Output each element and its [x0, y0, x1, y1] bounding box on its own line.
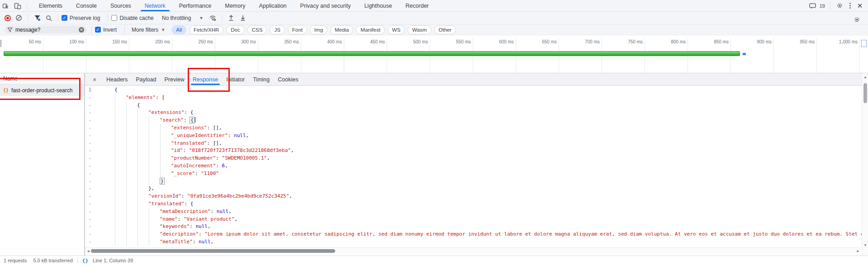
fold-marker[interactable]: -	[85, 154, 91, 162]
filter-pill-fetch-xhr[interactable]: Fetch/XHR	[189, 25, 223, 34]
devtools-tab-console[interactable]: Console	[69, 0, 104, 11]
filter-pill-font[interactable]: Font	[288, 25, 307, 34]
detail-tab-timing[interactable]: Timing	[249, 73, 274, 85]
clear-filter-icon[interactable]: ✕	[79, 27, 84, 33]
devtools-topbar-right: 19 ✕	[807, 0, 868, 11]
vertical-scrollbar[interactable]: ▲ ▼	[862, 73, 868, 256]
more-filters-button[interactable]: More filters	[132, 27, 158, 33]
name-column-header[interactable]: Name	[0, 73, 84, 85]
fold-marker[interactable]: -	[85, 124, 91, 132]
fold-marker[interactable]: -	[85, 177, 91, 185]
fold-marker[interactable]: -	[85, 94, 91, 101]
fold-marker[interactable]: -	[85, 132, 91, 139]
filter-input[interactable]: message? ✕	[5, 26, 87, 33]
fold-marker[interactable]: -	[85, 200, 91, 208]
more-options-icon[interactable]	[845, 0, 854, 11]
vertical-scroll-thumb[interactable]	[863, 83, 867, 103]
inspect-element-icon[interactable]	[0, 0, 12, 11]
fold-marker[interactable]: -	[85, 192, 91, 200]
devtools-tab-lighthouse[interactable]: Lighthouse	[357, 0, 398, 11]
token: "018f720f723f71378c3d221868df3eba"	[189, 147, 291, 153]
fold-marker[interactable]: -	[85, 170, 91, 177]
preserve-log-checkbox[interactable]: ✓	[62, 15, 67, 21]
filter-pill-css[interactable]: CSS	[247, 25, 267, 34]
search-icon[interactable]	[43, 13, 55, 24]
scroll-right-icon[interactable]: ►	[856, 249, 860, 253]
filter-pill-ws[interactable]: WS	[388, 25, 405, 34]
divider	[77, 257, 78, 264]
filter-pill-img[interactable]: Img	[310, 25, 327, 34]
network-overview[interactable]: 50 ms100 ms150 ms200 ms250 ms300 ms350 m…	[0, 35, 868, 73]
token: "extensions"	[171, 125, 207, 131]
fold-marker[interactable]: -	[85, 147, 91, 154]
filter-pill-wasm[interactable]: Wasm	[408, 25, 431, 34]
request-row[interactable]: {} fast-order-product-search	[0, 85, 84, 96]
filter-pill-all[interactable]: All	[171, 25, 186, 34]
close-devtools-icon[interactable]: ✕	[854, 2, 865, 10]
fold-marker[interactable]: -	[85, 139, 91, 147]
filter-pill-manifest[interactable]: Manifest	[356, 25, 384, 34]
line-number[interactable]: 1	[85, 86, 91, 94]
indent-guide	[126, 230, 127, 238]
devtools-tab-performance[interactable]: Performance	[172, 0, 218, 11]
filter-pill-other[interactable]: Other	[434, 25, 456, 34]
filter-pill-doc[interactable]: Doc	[226, 25, 244, 34]
more-filters-caret-icon[interactable]: ▼	[161, 28, 165, 32]
invert-label: Invert	[103, 27, 117, 33]
filter-pill-js[interactable]: JS	[270, 25, 285, 34]
throttling-select[interactable]: No throttling	[162, 15, 191, 21]
overview-left-handle[interactable]	[0, 40, 1, 47]
devtools-tab-elements[interactable]: Elements	[32, 0, 69, 11]
token: "SWDEMO10005.1"	[222, 155, 267, 161]
import-har-icon[interactable]	[225, 13, 237, 24]
fold-marker[interactable]: -	[85, 238, 91, 246]
fold-marker[interactable]: -	[85, 116, 91, 124]
indent-guide	[138, 139, 138, 147]
devtools-tab-privacy-and-security[interactable]: Privacy and security	[294, 0, 358, 11]
filter-pill-media[interactable]: Media	[330, 25, 353, 34]
clear-network-log-icon[interactable]	[13, 13, 24, 24]
code-line: -"extensions": [],	[85, 124, 862, 132]
detail-tab-cookies[interactable]: Cookies	[274, 73, 302, 85]
fold-marker[interactable]: -	[85, 230, 91, 238]
matched-bracket: }	[160, 178, 165, 185]
disable-cache-checkbox[interactable]	[111, 15, 117, 21]
network-settings-gear-icon[interactable]	[851, 14, 863, 25]
detail-tab-payload[interactable]: Payload	[132, 73, 160, 85]
fold-marker[interactable]: -	[85, 101, 91, 109]
fold-marker[interactable]: -	[85, 185, 91, 192]
scroll-up-icon[interactable]: ▲	[862, 75, 868, 79]
pretty-print-icon[interactable]: {}	[82, 258, 88, 264]
devtools-tab-network[interactable]: Network	[138, 0, 172, 11]
console-drawer-icon[interactable]	[807, 0, 819, 11]
detail-tab-initiator[interactable]: Initiator	[222, 73, 249, 85]
settings-gear-icon[interactable]	[834, 0, 845, 11]
devtools-tab-sources[interactable]: Sources	[104, 0, 138, 11]
detail-tab-response[interactable]: Response	[189, 73, 222, 85]
fold-marker[interactable]: -	[85, 215, 91, 223]
fold-marker[interactable]: -	[85, 222, 91, 230]
fold-marker[interactable]: -	[85, 208, 91, 215]
filter-funnel-icon[interactable]	[31, 13, 43, 24]
devtools-tab-recorder[interactable]: Recorder	[399, 0, 436, 11]
detail-tab-preview[interactable]: Preview	[160, 73, 188, 85]
detail-tab-headers[interactable]: Headers	[102, 73, 132, 85]
fold-marker[interactable]: -	[85, 109, 91, 116]
scroll-down-icon[interactable]: ▼	[862, 243, 868, 247]
matched-bracket: {	[190, 117, 194, 123]
horizontal-scroll-thumb[interactable]	[91, 249, 335, 253]
record-network-log-icon[interactable]	[5, 15, 11, 21]
devtools-tab-application[interactable]: Application	[252, 0, 293, 11]
horizontal-scrollbar[interactable]: ◄ ►	[85, 247, 868, 254]
device-toolbar-icon[interactable]	[12, 0, 24, 11]
devtools-tab-memory[interactable]: Memory	[218, 0, 252, 11]
scroll-left-icon[interactable]: ◄	[86, 249, 90, 253]
close-detail-icon[interactable]: ×	[90, 76, 99, 83]
network-conditions-icon[interactable]	[207, 13, 218, 24]
indent-guide	[138, 238, 138, 246]
fold-marker[interactable]: -	[85, 162, 91, 170]
invert-checkbox[interactable]: ✓	[95, 27, 101, 33]
export-har-icon[interactable]	[237, 13, 249, 24]
throttling-caret-icon[interactable]: ▼	[199, 16, 203, 20]
response-code-viewer[interactable]: 1{-"elements": [-{-"extensions": {-"sear…	[85, 86, 862, 248]
